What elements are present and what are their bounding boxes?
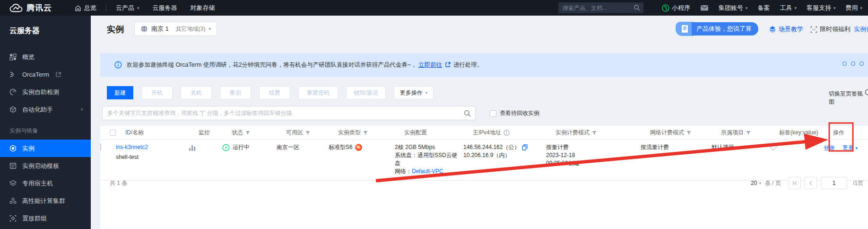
renew-button[interactable]: 续费 (259, 86, 290, 99)
col-billing-mode: 实例计费模式 (556, 129, 650, 137)
nav-cloud-products[interactable]: 云产品 ▾ (109, 0, 146, 16)
external-link-icon (56, 72, 61, 77)
sidebar-group-label: 实例与镜像 (0, 118, 91, 140)
chevron-down-icon: ▾ (794, 6, 797, 10)
chevron-down-icon: ˅ (80, 107, 83, 112)
create-button[interactable]: 新建 (107, 86, 133, 99)
sidebar-item-hpc-clusters[interactable]: 高性能计算集群 (0, 192, 91, 210)
cell-instance-type: 标准型S6 % (329, 143, 395, 151)
page-size-select[interactable]: 20 ▾ (751, 180, 761, 186)
filter-funnel-icon[interactable] (746, 131, 751, 135)
first-page-button[interactable] (789, 177, 801, 189)
info-icon[interactable] (503, 130, 510, 136)
global-search-input[interactable] (558, 2, 643, 13)
messages-menu[interactable] (700, 4, 709, 11)
tag-icon[interactable] (770, 143, 819, 151)
banner-carousel-dots (842, 62, 868, 66)
brand-name: 腾讯云 (26, 2, 52, 13)
col-id-name: ID/名称 (125, 129, 199, 137)
total-count: 共 1 条 (110, 179, 127, 187)
tools-menu[interactable]: 工具 ▾ (780, 4, 797, 12)
cell-billing-mode: 按量计费 2023-12-18 09:05:59创建 (546, 143, 641, 167)
sidebar-item-orcaterm[interactable]: OrcaTerm (0, 66, 91, 83)
nav-cos[interactable]: 对象存储 (184, 0, 222, 16)
col-ipv4: 主IPv4地址 (473, 129, 556, 137)
gauge-icon (9, 88, 17, 96)
table-header: ID/名称 监控 状态 可用区 实例类型 实例配置 主IPv4地址 实例计费模式… (100, 126, 868, 140)
vpc-link[interactable]: Default-VPC (412, 168, 443, 175)
chevron-down-icon: ▾ (759, 181, 761, 185)
group-account-menu[interactable]: 集团账号 ▾ (719, 4, 748, 12)
instance-icon (9, 145, 17, 152)
col-project: 所属项目 (721, 129, 779, 137)
carousel-dot[interactable] (851, 62, 855, 66)
power-on-button[interactable]: 开机 (141, 86, 173, 99)
current-page-input[interactable]: 1 (821, 177, 847, 189)
chevron-down-icon: ▾ (860, 6, 862, 10)
mini-program-menu[interactable]: 小程序 (662, 4, 690, 12)
total-pages-label: /1页 (853, 179, 863, 187)
row-more-button[interactable]: 更多 ▾ (842, 144, 858, 152)
chevron-down-icon: ▾ (833, 6, 836, 10)
refresh-icon[interactable] (864, 88, 868, 96)
filter-funnel-icon[interactable] (305, 131, 310, 135)
scene-teaching-icon (769, 26, 776, 33)
select-all-checkbox[interactable] (110, 130, 116, 136)
instance-filter-input[interactable] (102, 106, 476, 120)
sidebar-item-overview[interactable]: 概览 (0, 48, 91, 66)
icp-filing-menu[interactable]: 备案 (757, 4, 770, 12)
product-feedback-pill[interactable]: 产品体验，您说了算 (676, 22, 758, 36)
carousel-dot[interactable] (859, 62, 864, 66)
tencent-cloud-logo[interactable]: 腾讯云 (9, 2, 52, 13)
region-selector[interactable]: 南京 1 其它地域(3) ▾ (134, 22, 217, 36)
filter-funnel-icon[interactable] (592, 131, 597, 135)
sidebar-item-launch-templates[interactable]: 实例启动模板 (0, 157, 91, 175)
cloud-logo-icon (9, 4, 23, 12)
sidebar-item-placement-groups[interactable]: 置放群组 (0, 210, 91, 227)
filter-funnel-icon[interactable] (686, 131, 691, 135)
prev-page-button[interactable] (805, 177, 817, 189)
more-actions-button[interactable]: 更多操作 ▾ (394, 86, 434, 99)
monitor-chart-icon[interactable] (189, 145, 217, 151)
search-icon[interactable] (634, 4, 640, 11)
instance-id-link[interactable]: ins-k3nnetc2 (116, 143, 184, 151)
sidebar-item-dedicated-hosts[interactable]: 专用宿主机 (0, 175, 91, 192)
cell-status: 运行中 (222, 143, 277, 151)
s6-promo-icon[interactable]: % (355, 144, 362, 151)
billing-menu[interactable]: 费用 ▾ (845, 4, 862, 12)
search-icon[interactable] (464, 110, 471, 117)
shutdown-button[interactable]: 关机 (181, 86, 212, 99)
carousel-dot[interactable] (842, 62, 847, 66)
instance-table-card: ID/名称 监控 状态 可用区 实例类型 实例配置 主IPv4地址 实例计费模式… (100, 126, 868, 229)
filter-funnel-icon[interactable] (363, 131, 368, 135)
switch-to-tab-view-link[interactable]: 切换至页签视图 (829, 90, 868, 106)
view-recycled-instances-toggle[interactable]: 查看待回收实例 (490, 109, 539, 117)
sidebar-item-self-diagnose[interactable]: 实例自助检测 (0, 83, 91, 101)
recycle-checkbox[interactable] (490, 110, 496, 117)
filter-funnel-icon[interactable] (245, 131, 250, 135)
restart-button[interactable]: 重启 (220, 86, 251, 99)
row-checkbox[interactable] (100, 143, 101, 151)
reset-password-button[interactable]: 重置密码 (298, 86, 338, 99)
sidebar-item-automation-assistant[interactable]: 自动化助手 ˅ (0, 101, 91, 118)
instance-guide-link[interactable]: 实例使用指南 (854, 25, 868, 34)
pagination-bar: 共 1 条 20 ▾ 条 / 页 1 /1页 (110, 176, 863, 190)
instance-name: shell-test (116, 153, 184, 161)
cluster-icon (9, 197, 17, 204)
destroy-button[interactable]: 销毁/退还 (346, 86, 386, 99)
per-page-label: 条 / 页 (765, 179, 781, 187)
banner-go-now-link[interactable]: 立即前往 (418, 62, 442, 68)
cell-network-billing: 按流量计费 (641, 143, 712, 151)
col-zone: 可用区 (286, 129, 338, 137)
login-button[interactable]: 登录 (824, 144, 835, 152)
nav-overview[interactable]: 总览 (68, 0, 103, 16)
nav-cvm[interactable]: 云服务器 (146, 0, 184, 16)
copy-icon[interactable] (522, 144, 528, 150)
limited-benefits-link[interactable]: 限时领福利 (810, 25, 851, 34)
scene-teaching-link[interactable]: 场景教学 (769, 25, 803, 34)
mini-program-icon (662, 4, 669, 12)
sidebar-item-instances[interactable]: 实例 (0, 140, 91, 157)
external-link-icon (445, 62, 451, 67)
public-ip: 146.56.244.162（公） (463, 143, 520, 151)
support-menu[interactable]: 客服支持 ▾ (807, 4, 836, 12)
